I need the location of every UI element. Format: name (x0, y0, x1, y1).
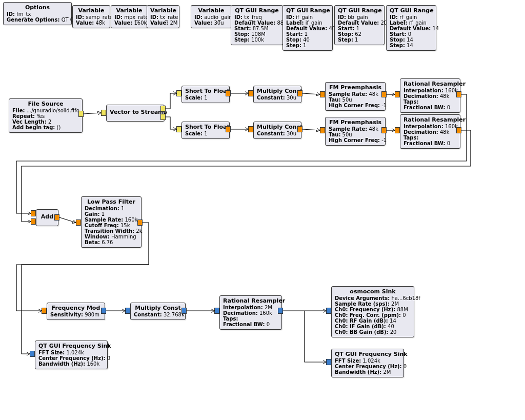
rational-resampler-1-block[interactable]: Rational Resampler Interpolation: 160k D… (400, 78, 460, 113)
variable-tx-rate[interactable]: Variable ID: tx_rate Value: 2M (147, 5, 179, 28)
mc2-out-port[interactable] (297, 126, 302, 132)
fm-preemphasis-1-block[interactable]: FM Preemphasis Sample Rate: 48k Tau: 50u… (325, 82, 386, 111)
range-rf-gain[interactable]: QT GUI Range ID: rf_gain Label: rf_gain … (386, 5, 436, 51)
osmocom-sink-block[interactable]: osmocom Sink Device Arguments: ha...6cb1… (331, 286, 414, 337)
stf2-out-port[interactable] (226, 126, 231, 132)
rr2-out-port[interactable] (456, 127, 461, 133)
add-in0-port[interactable] (31, 210, 36, 216)
file-source-block[interactable]: File Source File: .../gnuradio/solid.fif… (9, 98, 83, 133)
vec2streams-out1-port[interactable] (160, 114, 166, 120)
range-tx-freq[interactable]: QT GUI Range ID: tx_freq Default Value: … (231, 5, 283, 45)
qt-gui-freq-sink-2-block[interactable]: QT GUI Frequency Sink FFT Size: 1.024k C… (331, 349, 404, 377)
stf1-out-port[interactable] (226, 90, 231, 96)
variable-audio-gain[interactable]: Variable ID: audio_gain Value: 30u (191, 5, 232, 28)
low-pass-filter-block[interactable]: Low Pass Filter Decimation: 1 Gain: 1 Sa… (81, 196, 142, 248)
lpf-in-port[interactable] (76, 219, 81, 226)
pre1-in-port[interactable] (320, 91, 325, 97)
fmod-in-port[interactable] (42, 308, 47, 314)
rational-resampler-3-block[interactable]: Rational Resampler Interpolation: 2M Dec… (219, 295, 282, 330)
multiply-const-2-block[interactable]: Multiply Const Constant: 30u (253, 122, 301, 139)
rational-resampler-2-block[interactable]: Rational Resampler Interpolation: 160k D… (400, 114, 460, 149)
stf2-in-port[interactable] (176, 126, 181, 132)
mc3-out-port[interactable] (181, 308, 187, 314)
fm-preemphasis-2-block[interactable]: FM Preemphasis Sample Rate: 48k Tau: 50u… (325, 117, 386, 146)
osmocom-sink-in-port[interactable] (326, 308, 331, 314)
range-bb-gain[interactable]: QT GUI Range ID: bb_gain Default Value: … (334, 5, 385, 45)
rr3-in-port[interactable] (214, 308, 219, 314)
qt-gui-freq-sink-1-block[interactable]: QT GUI Frequency Sink FFT Size: 1.024k C… (35, 341, 108, 369)
vector-to-streams-block[interactable]: Vector to Streams (106, 105, 165, 122)
multiply-const-1-block[interactable]: Multiply Const Constant: 30u (253, 86, 301, 103)
vec2streams-out0-port[interactable] (160, 106, 166, 112)
variable-samp-rate[interactable]: Variable ID: samp_rate Value: 48k (72, 5, 110, 28)
file-source-out-port[interactable] (78, 111, 84, 117)
stf1-in-port[interactable] (176, 90, 181, 96)
short-to-float-2-block[interactable]: Short To Float Scale: 1 (181, 122, 230, 139)
rr3-out-port[interactable] (278, 308, 283, 314)
mc1-in-port[interactable] (248, 90, 253, 96)
lpf-out-port[interactable] (137, 219, 143, 226)
pre2-out-port[interactable] (381, 127, 387, 133)
fsink1-in-port[interactable] (30, 351, 35, 357)
rr2-in-port[interactable] (395, 127, 400, 133)
options-title: Options (7, 4, 68, 11)
range-if-gain[interactable]: QT GUI Range ID: if_gain Label: if_gain … (282, 5, 333, 51)
vec2streams-in-port[interactable] (101, 110, 106, 116)
mc1-out-port[interactable] (297, 90, 302, 96)
variable-mpx-rate[interactable]: Variable ID: mpx_rate Value: 160k (111, 5, 148, 28)
multiply-const-3-block[interactable]: Multiply Const Constant: 32.768k (130, 303, 186, 320)
rr1-in-port[interactable] (395, 91, 400, 97)
pre1-out-port[interactable] (381, 91, 387, 97)
add-out-port[interactable] (54, 214, 59, 221)
short-to-float-1-block[interactable]: Short To Float Scale: 1 (181, 86, 230, 103)
mc3-in-port[interactable] (125, 308, 130, 314)
options-block[interactable]: Options ID: fm_tx Generate Options: QT G… (3, 2, 72, 25)
pre2-in-port[interactable] (320, 127, 325, 133)
mc2-in-port[interactable] (248, 126, 253, 132)
frequency-mod-block[interactable]: Frequency Mod Sensitivity: 980m (47, 303, 105, 320)
fmod-out-port[interactable] (101, 308, 106, 314)
add-in1-port[interactable] (31, 218, 36, 225)
rr1-out-port[interactable] (456, 91, 461, 97)
fsink2-in-port[interactable] (326, 359, 331, 365)
